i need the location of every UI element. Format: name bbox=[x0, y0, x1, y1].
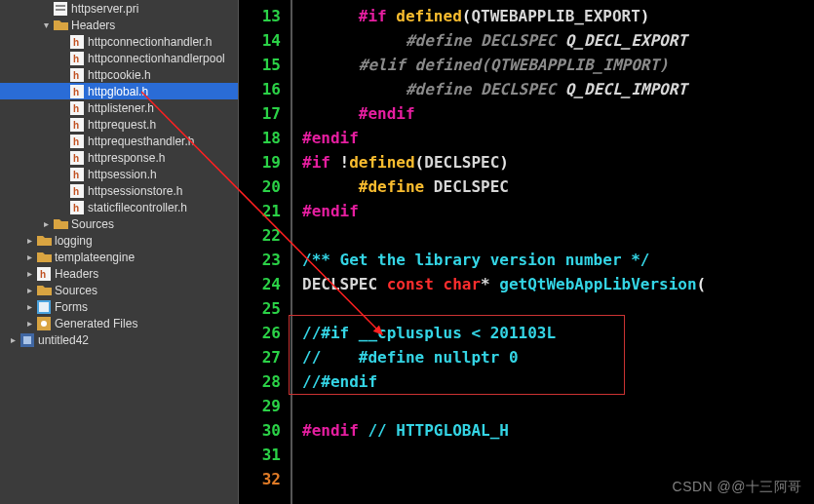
line-number: 20 bbox=[239, 174, 281, 199]
tree-item-label: httpconnectionhandlerpool bbox=[88, 52, 225, 65]
line-number: 29 bbox=[239, 394, 281, 418]
tree-item-sources[interactable]: ▸Sources bbox=[0, 215, 238, 232]
svg-text:h: h bbox=[73, 37, 79, 48]
line-number: 16 bbox=[239, 77, 281, 101]
h-icon: h bbox=[69, 117, 85, 132]
tree-item-httpcookie-h[interactable]: hhttpcookie.h bbox=[0, 66, 238, 83]
svg-text:h: h bbox=[73, 87, 79, 97]
svg-text:h: h bbox=[73, 70, 79, 81]
code-area[interactable]: #if defined(QTWEBAPPLIB_EXPORT) #define … bbox=[292, 0, 814, 504]
tree-toggle-icon[interactable]: ▸ bbox=[24, 285, 35, 295]
tree-toggle-icon[interactable]: ▸ bbox=[41, 218, 52, 229]
line-number: 19 bbox=[239, 150, 281, 174]
tree-item-label: httpconnectionhandler.h bbox=[88, 35, 212, 49]
tree-item-sources[interactable]: ▸Sources bbox=[0, 282, 238, 298]
tree-item-httplistener-h[interactable]: hhttplistener.h bbox=[0, 99, 238, 116]
tree-toggle-icon[interactable]: ▸ bbox=[24, 318, 35, 329]
h-icon: h bbox=[69, 51, 85, 65]
svg-text:h: h bbox=[73, 153, 79, 164]
tree-item-httpconnectionhandler-h[interactable]: hhttpconnectionhandler.h bbox=[0, 33, 238, 50]
svg-text:h: h bbox=[73, 54, 79, 64]
tree-item-httpconnectionhandlerpool[interactable]: hhttpconnectionhandlerpool bbox=[0, 50, 238, 66]
tree-toggle-icon[interactable]: ▸ bbox=[24, 235, 35, 246]
file-tree-sidebar: httpserver.pri▾Headershhttpconnectionhan… bbox=[0, 0, 239, 504]
svg-text:h: h bbox=[73, 103, 79, 114]
line-number: 27 bbox=[239, 345, 281, 369]
tree-item-label: Sources bbox=[71, 217, 114, 231]
tree-item-httpglobal-h[interactable]: hhttpglobal.h bbox=[0, 83, 238, 99]
tree-item-httprequest-h[interactable]: hhttprequest.h bbox=[0, 116, 238, 133]
line-number: 23 bbox=[239, 248, 281, 272]
line-number: 15 bbox=[239, 53, 281, 77]
proj-icon bbox=[19, 332, 35, 347]
tree-item-generated-files[interactable]: ▸Generated Files bbox=[0, 315, 238, 331]
h-icon: h bbox=[69, 150, 85, 165]
tree-item-templateengine[interactable]: ▸templateengine bbox=[0, 249, 238, 265]
h-icon: h bbox=[69, 183, 85, 198]
line-number: 18 bbox=[239, 126, 281, 150]
svg-text:h: h bbox=[73, 120, 79, 131]
tree-item-logging[interactable]: ▸logging bbox=[0, 232, 238, 249]
tree-item-label: Sources bbox=[55, 284, 97, 297]
line-number: 22 bbox=[239, 223, 281, 248]
tree-item-label: httpresponse.h bbox=[88, 151, 165, 165]
tree-item-label: untitled42 bbox=[38, 333, 89, 347]
form-icon bbox=[36, 299, 52, 314]
tree-toggle-icon[interactable]: ▸ bbox=[24, 268, 35, 279]
app-root: httpserver.pri▾Headershhttpconnectionhan… bbox=[0, 0, 814, 504]
watermark-text: CSDN @@十三阿哥 bbox=[673, 479, 802, 496]
tree-toggle-icon[interactable]: ▸ bbox=[8, 334, 19, 345]
tree-item-label: Headers bbox=[55, 267, 98, 281]
tree-toggle-icon[interactable]: ▸ bbox=[24, 301, 35, 312]
tree-item-headers[interactable]: ▾Headers bbox=[0, 17, 238, 33]
folder-icon bbox=[53, 216, 68, 231]
svg-rect-2 bbox=[56, 9, 65, 11]
line-number-gutter: 1314151617181920212223242526272829303132 bbox=[239, 0, 292, 504]
h-icon: h bbox=[69, 100, 85, 115]
tree-item-label: httpcookie.h bbox=[88, 68, 151, 82]
tree-item-label: httprequest.h bbox=[88, 118, 156, 132]
h-icon: h bbox=[69, 167, 85, 181]
tree-item-label: Headers bbox=[71, 19, 115, 32]
h-icon: h bbox=[69, 84, 85, 98]
tree-item-label: httpserver.pri bbox=[71, 2, 138, 16]
tree-item-label: httpsession.h bbox=[88, 168, 157, 181]
tree-item-httprequesthandler-h[interactable]: hhttprequesthandler.h bbox=[0, 133, 238, 149]
tree-item-httpresponse-h[interactable]: hhttpresponse.h bbox=[0, 149, 238, 166]
tree-toggle-icon[interactable]: ▾ bbox=[41, 19, 52, 30]
svg-text:h: h bbox=[73, 186, 79, 197]
folder-icon bbox=[36, 250, 52, 264]
pri-icon bbox=[53, 1, 68, 16]
h-icon: h bbox=[36, 266, 52, 281]
tree-item-label: staticfilecontroller.h bbox=[88, 201, 187, 214]
tree-item-label: httprequesthandler.h bbox=[88, 135, 194, 148]
tree-item-label: httpglobal.h bbox=[88, 85, 148, 98]
line-number: 30 bbox=[239, 418, 281, 443]
svg-text:h: h bbox=[40, 269, 46, 280]
tree-item-label: templateengine bbox=[55, 251, 135, 264]
tree-item-forms[interactable]: ▸Forms bbox=[0, 298, 238, 315]
svg-rect-1 bbox=[56, 5, 65, 7]
tree-item-untitled42[interactable]: ▸untitled42 bbox=[0, 331, 238, 348]
tree-item-httpsessionstore-h[interactable]: hhttpsessionstore.h bbox=[0, 182, 238, 199]
line-number: 17 bbox=[239, 101, 281, 126]
tree-item-httpsession-h[interactable]: hhttpsession.h bbox=[0, 166, 238, 182]
tree-item-label: httplistener.h bbox=[88, 101, 154, 115]
svg-text:h: h bbox=[73, 203, 79, 213]
line-number: 31 bbox=[239, 443, 281, 467]
line-number: 21 bbox=[239, 199, 281, 223]
tree-item-headers[interactable]: ▸hHeaders bbox=[0, 265, 238, 282]
h-icon: h bbox=[69, 34, 85, 49]
tree-item-label: logging bbox=[55, 234, 93, 248]
line-number: 25 bbox=[239, 296, 281, 321]
tree-toggle-icon[interactable]: ▸ bbox=[24, 252, 35, 262]
code-editor: 1314151617181920212223242526272829303132… bbox=[239, 0, 814, 504]
svg-text:h: h bbox=[73, 170, 79, 180]
tree-item-staticfilecontroller-h[interactable]: hstaticfilecontroller.h bbox=[0, 199, 238, 215]
tree-item-httpserver-pri[interactable]: httpserver.pri bbox=[0, 0, 238, 17]
svg-text:h: h bbox=[73, 136, 79, 147]
h-icon: h bbox=[69, 200, 85, 214]
svg-rect-32 bbox=[23, 336, 31, 344]
line-number: 26 bbox=[239, 321, 281, 345]
line-number: 13 bbox=[239, 4, 281, 28]
